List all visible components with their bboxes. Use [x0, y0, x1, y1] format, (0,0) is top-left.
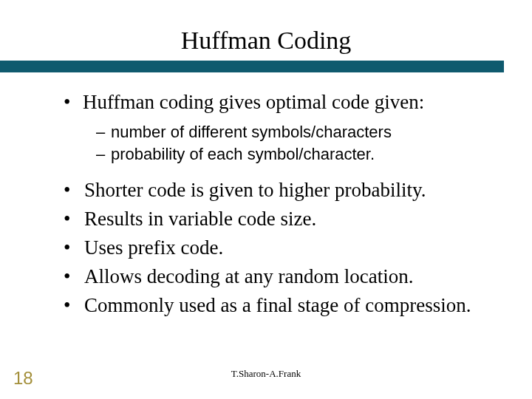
slide-title: Huffman Coding	[181, 27, 352, 55]
bullet-icon: •	[64, 291, 84, 320]
content-area: • Huffman coding gives optimal code give…	[0, 72, 532, 321]
slide: Huffman Coding • Huffman coding gives op…	[0, 0, 532, 399]
list-item: • Commonly used as a final stage of comp…	[64, 291, 532, 320]
bullet-level1: • Huffman coding gives optimal code give…	[64, 89, 532, 115]
bullet-level2: – number of different symbols/characters…	[64, 118, 532, 175]
title-underline	[0, 61, 504, 72]
bullet-text: Shorter code is given to higher probabil…	[84, 176, 426, 205]
list-item: • Uses prefix code.	[64, 233, 532, 262]
bullet-text: Results in variable code size.	[84, 205, 316, 233]
bullet-icon: •	[64, 89, 83, 115]
list-item: – probability of each symbol/character.	[96, 143, 532, 166]
list-item: • Results in variable code size.	[64, 205, 532, 233]
list-item: • Allows decoding at any random location…	[64, 262, 532, 291]
bullet-icon: •	[64, 205, 84, 233]
bullet-level1-group: • Shorter code is given to higher probab…	[64, 176, 532, 321]
bullet-icon: •	[64, 176, 84, 205]
bullet-icon: •	[64, 233, 84, 262]
list-item: • Shorter code is given to higher probab…	[64, 176, 532, 205]
dash-icon: –	[96, 143, 111, 166]
bullet-text: Uses prefix code.	[84, 233, 223, 262]
slide-number: 18	[13, 368, 33, 389]
footer-author: T.Sharon-A.Frank	[0, 368, 532, 380]
dash-icon: –	[96, 121, 111, 143]
bullet-text: Allows decoding at any random location.	[84, 262, 413, 291]
bullet-text: Huffman coding gives optimal code given:	[83, 89, 424, 115]
bullet-text: Commonly used as a final stage of compre…	[84, 291, 471, 320]
list-item: • Huffman coding gives optimal code give…	[64, 89, 532, 115]
list-item: – number of different symbols/characters	[96, 121, 532, 143]
bullet-text: number of different symbols/characters	[111, 121, 392, 143]
title-area: Huffman Coding	[0, 0, 532, 55]
bullet-icon: •	[64, 262, 84, 291]
bullet-text: probability of each symbol/character.	[111, 143, 375, 166]
